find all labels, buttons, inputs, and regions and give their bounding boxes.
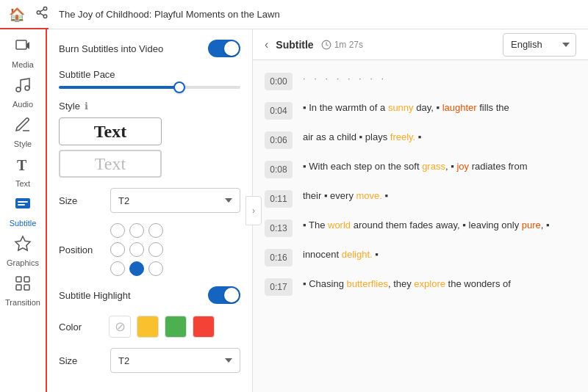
sidebar-item-text[interactable]: T Text xyxy=(1,153,44,191)
settings-panel: Burn Subtitles into Video Subtitle Pace … xyxy=(47,29,253,392)
timestamp: 0:08 xyxy=(265,161,293,178)
pos-dot-ml[interactable] xyxy=(110,242,125,257)
color-swatch-yellow[interactable] xyxy=(137,316,159,338)
pos-dot-br[interactable] xyxy=(148,261,163,276)
sidebar: Media Audio Style T Text Subtitle xyxy=(0,29,47,392)
svg-point-0 xyxy=(43,7,47,11)
sidebar-item-media-label: Media xyxy=(12,60,34,69)
sidebar-item-audio[interactable]: Audio xyxy=(1,73,44,112)
svg-line-4 xyxy=(40,10,43,12)
sidebar-item-graphics-label: Graphics xyxy=(7,258,39,267)
timestamp: 0:16 xyxy=(265,249,293,266)
sidebar-item-audio-label: Audio xyxy=(12,100,33,109)
text-btn-group: Text Text xyxy=(59,117,240,178)
audio-icon xyxy=(14,76,32,98)
subtitle-header: ‹ Subtitle 1m 27s English Spanish French… xyxy=(253,29,588,60)
size2-select[interactable]: T2T1T3T4 xyxy=(110,348,240,373)
subtitle-text: ▪ Chasing butterflies, they explore the … xyxy=(303,277,576,291)
svg-point-8 xyxy=(25,86,29,90)
svg-line-3 xyxy=(40,13,43,15)
color-label: Color xyxy=(59,322,103,333)
svg-point-2 xyxy=(43,15,47,18)
sidebar-item-subtitle-label: Subtitle xyxy=(10,219,37,228)
color-swatch-none[interactable]: ⊘ xyxy=(109,316,131,338)
position-label: Position xyxy=(59,244,103,255)
subtitle-text: ▪ In the warmth of a sunny day, ▪ laught… xyxy=(303,101,576,115)
subtitle-entry: 0:13 ▪ The world around them fades away,… xyxy=(253,213,588,242)
slider-thumb[interactable] xyxy=(173,81,185,93)
svg-rect-15 xyxy=(24,277,29,282)
color-swatch-green[interactable] xyxy=(165,316,187,338)
subtitle-entry: 0:06 air as a child ▪ plays freely. ▪ xyxy=(253,125,588,154)
subtitle-entry: 0:00 · · · · · · · · xyxy=(253,66,588,95)
sidebar-item-transition[interactable]: Transition xyxy=(1,272,44,310)
style-label: Style ℹ xyxy=(59,101,240,112)
position-row: Position xyxy=(59,223,240,276)
panel-chevron[interactable]: › xyxy=(245,196,262,225)
pos-dot-tl[interactable] xyxy=(110,223,125,238)
subtitle-highlight-row: Subtitle Highlight xyxy=(59,286,240,304)
language-select[interactable]: English Spanish French German xyxy=(503,33,576,57)
main-layout: Media Audio Style T Text Subtitle xyxy=(0,29,588,392)
sidebar-item-subtitle[interactable]: Subtitle xyxy=(1,192,44,231)
pos-dot-bl[interactable] xyxy=(110,261,125,276)
size-label: Size xyxy=(59,195,103,206)
subtitle-entry: 0:11 their ▪ every move. ▪ xyxy=(253,184,588,213)
color-row: Color ⊘ xyxy=(59,316,240,338)
pos-dot-mr[interactable] xyxy=(148,242,163,257)
svg-text:T: T xyxy=(17,157,27,173)
svg-marker-13 xyxy=(15,236,30,250)
burn-toggle[interactable] xyxy=(208,40,240,57)
content-area: ‹ Subtitle 1m 27s English Spanish French… xyxy=(253,29,588,392)
svg-rect-16 xyxy=(16,285,21,290)
subtitle-pace-track[interactable] xyxy=(59,86,240,89)
color-swatch-red[interactable] xyxy=(193,316,215,338)
pos-dot-tc[interactable] xyxy=(129,223,144,238)
sidebar-item-style[interactable]: Style xyxy=(1,113,44,151)
sidebar-item-style-label: Style xyxy=(14,139,32,148)
text-icon: T xyxy=(14,156,32,178)
transition-icon xyxy=(14,275,32,297)
slider-fill xyxy=(59,86,177,89)
timestamp: 0:00 xyxy=(265,73,293,90)
subtitle-icon xyxy=(14,195,32,217)
svg-rect-11 xyxy=(18,201,28,203)
subtitle-text: · · · · · · · · xyxy=(303,71,576,86)
duration: 1m 27s xyxy=(334,40,363,50)
burn-subtitles-label: Burn Subtitles into Video xyxy=(59,43,163,54)
style-icon xyxy=(14,116,32,138)
svg-point-7 xyxy=(16,87,21,92)
share-icon[interactable] xyxy=(35,6,49,23)
panel-wrapper: Burn Subtitles into Video Subtitle Pace … xyxy=(47,29,253,392)
back-button[interactable]: ‹ xyxy=(265,38,268,51)
pos-dot-tr[interactable] xyxy=(148,223,163,238)
text-style-btn-outlined[interactable]: Text xyxy=(59,150,162,178)
size-row: Size T2T1T3T4 xyxy=(59,188,240,213)
svg-rect-17 xyxy=(24,285,29,290)
sidebar-item-text-label: Text xyxy=(15,179,30,188)
subtitle-pace-label: Subtitle Pace xyxy=(59,69,115,80)
sidebar-item-graphics[interactable]: Graphics xyxy=(1,232,44,270)
subtitle-text: air as a child ▪ plays freely. ▪ xyxy=(303,130,576,145)
highlight-toggle[interactable] xyxy=(208,286,240,304)
svg-rect-12 xyxy=(18,204,25,206)
size2-row: Size T2T1T3T4 xyxy=(59,348,240,373)
subtitle-list: 0:00 · · · · · · · · 0:04 ▪ In the warmt… xyxy=(253,60,588,307)
subtitle-text: innocent delight. ▪ xyxy=(303,247,576,262)
text-style-btn-filled[interactable]: Text xyxy=(59,117,162,145)
media-icon xyxy=(14,37,32,59)
timestamp: 0:17 xyxy=(265,278,293,296)
subtitle-pace-container: Subtitle Pace xyxy=(59,69,240,89)
subtitle-text: their ▪ every move. ▪ xyxy=(303,189,576,203)
sidebar-item-media[interactable]: Media xyxy=(1,34,44,72)
size-select[interactable]: T2T1T3T4 xyxy=(110,188,240,213)
timestamp: 0:13 xyxy=(265,219,293,237)
pos-dot-bc[interactable] xyxy=(129,261,144,276)
subtitle-entry: 0:16 innocent delight. ▪ xyxy=(253,242,588,272)
graphics-icon xyxy=(14,235,32,257)
sidebar-item-transition-label: Transition xyxy=(5,298,40,307)
pos-dot-mc[interactable] xyxy=(129,242,144,257)
time-badge: 1m 27s xyxy=(321,40,363,50)
home-icon[interactable]: 🏠 xyxy=(9,7,25,23)
timestamp: 0:04 xyxy=(265,102,293,120)
